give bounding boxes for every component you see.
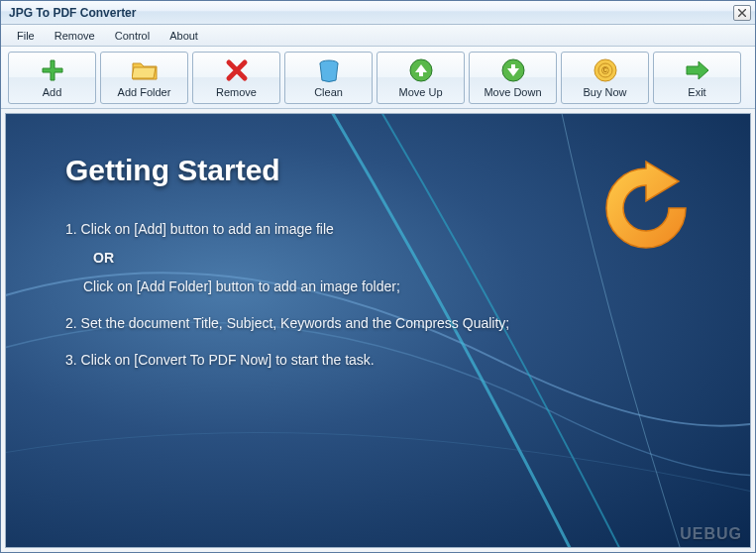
add-folder-label: Add Folder — [118, 86, 171, 98]
menu-about[interactable]: About — [160, 28, 208, 44]
add-button[interactable]: Add — [8, 52, 96, 104]
add-label: Add — [43, 86, 62, 98]
move-up-button[interactable]: Move Up — [377, 52, 465, 104]
remove-label: Remove — [216, 86, 257, 98]
clean-label: Clean — [314, 86, 343, 98]
step-or: OR — [93, 248, 691, 269]
arrow-up-icon — [407, 56, 435, 84]
close-icon — [738, 9, 746, 17]
menu-control[interactable]: Control — [105, 28, 160, 44]
menu-remove[interactable]: Remove — [45, 28, 105, 44]
coin-icon: © — [592, 56, 619, 84]
watermark: UEBUG — [680, 525, 742, 543]
buy-now-button[interactable]: © Buy Now — [561, 52, 649, 104]
move-down-button[interactable]: Move Down — [469, 52, 557, 104]
step-1a-text: 1. Click on [Add] button to add an image… — [65, 221, 334, 237]
folder-icon — [131, 56, 159, 84]
step-2: 2. Set the document Title, Subject, Keyw… — [65, 313, 691, 334]
close-button[interactable] — [733, 5, 751, 21]
move-up-label: Move Up — [398, 86, 442, 98]
step-1b-text: Click on [Add Folder] button to add an i… — [83, 276, 691, 297]
exit-button[interactable]: Exit — [653, 52, 741, 104]
arrow-down-icon — [499, 56, 527, 84]
app-window: JPG To PDF Converter File Remove Control… — [0, 0, 756, 553]
window-title: JPG To PDF Converter — [9, 6, 733, 20]
step-3: 3. Click on [Convert To PDF Now] to star… — [65, 350, 691, 371]
x-icon — [223, 56, 251, 84]
trash-icon — [315, 56, 343, 84]
toolbar: Add Add Folder Remove Clean Move Up — [1, 47, 755, 109]
clean-button[interactable]: Clean — [284, 52, 373, 104]
add-folder-button[interactable]: Add Folder — [100, 52, 188, 104]
buy-now-label: Buy Now — [583, 86, 626, 98]
menubar: File Remove Control About — [1, 25, 755, 47]
exit-label: Exit — [688, 86, 705, 98]
svg-text:©: © — [601, 65, 609, 76]
move-down-label: Move Down — [484, 86, 541, 98]
step-1: 1. Click on [Add] button to add an image… — [65, 219, 691, 297]
heading: Getting Started — [65, 154, 691, 187]
plus-icon — [39, 56, 66, 84]
remove-button[interactable]: Remove — [192, 52, 280, 104]
getting-started-text: Getting Started 1. Click on [Add] button… — [6, 114, 750, 426]
content-panel: Getting Started 1. Click on [Add] button… — [5, 113, 751, 548]
menu-file[interactable]: File — [7, 28, 45, 44]
arrow-right-icon — [684, 56, 711, 84]
titlebar: JPG To PDF Converter — [1, 1, 755, 25]
